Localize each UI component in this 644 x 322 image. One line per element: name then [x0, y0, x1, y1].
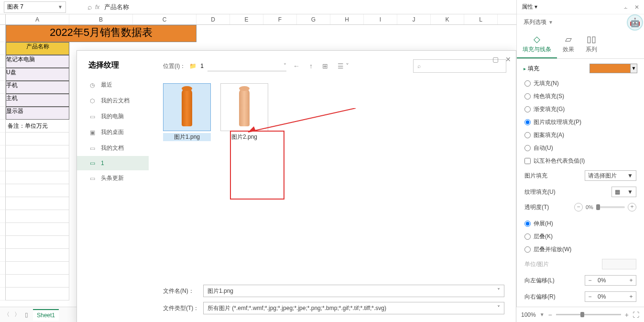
filetype-select[interactable]: 所有图片 (*.emf;*.wmf;*.jpg;*.jpeg;*.jpe;*.p… [203, 302, 504, 314]
row-head-5[interactable] [0, 81, 6, 94]
row-head-1[interactable] [0, 25, 6, 42]
texture-fill-select[interactable]: ▦▼ [611, 187, 636, 197]
stack-scale-radio[interactable]: 层叠并缩放(W) [524, 243, 637, 256]
empty-cell[interactable] [6, 171, 69, 184]
empty-cell[interactable] [6, 197, 69, 210]
empty-cell[interactable] [6, 236, 69, 249]
side-news[interactable]: ▭头条更新 [77, 170, 149, 186]
fill-pattern-radio[interactable]: 图案填充(A) [524, 129, 637, 142]
row-head-8[interactable] [0, 120, 6, 133]
row-head[interactable] [0, 288, 6, 300]
row-head[interactable] [0, 262, 6, 275]
picture-fill-select[interactable]: 请选择图片▼ [585, 170, 636, 181]
select-all-corner[interactable] [0, 14, 6, 24]
col-F[interactable]: F [263, 14, 297, 24]
col-J[interactable]: J [397, 14, 431, 24]
new-folder-icon[interactable]: ⊞ [319, 62, 331, 70]
side-pc[interactable]: ▭我的电脑 [77, 109, 149, 124]
merged-title-cell[interactable]: 2022年5月销售数据表 [6, 25, 196, 42]
up-icon[interactable]: ↑ [306, 62, 316, 70]
offset-right-spinner[interactable]: −0%+ [585, 291, 636, 302]
side-recent[interactable]: ◷最近 [77, 77, 149, 93]
data-cell[interactable]: U盘 [6, 68, 69, 81]
zoom-slider[interactable] [556, 314, 621, 315]
empty-cell[interactable] [6, 288, 69, 300]
empty-cell[interactable] [6, 145, 69, 158]
path-combo[interactable]: ˅ [207, 61, 286, 71]
series-options-dropdown[interactable]: 系列选项▼ [517, 14, 644, 30]
next-sheet-icon[interactable]: 〉 [14, 311, 20, 319]
row-head-6[interactable] [0, 94, 6, 107]
fill-none-radio[interactable]: 无填充(N) [524, 77, 637, 90]
row-head-7[interactable] [0, 107, 6, 120]
zoom-out-icon[interactable]: − [548, 311, 552, 319]
col-K[interactable]: K [431, 14, 464, 24]
col-H[interactable]: H [330, 14, 364, 24]
tab-fill-line[interactable]: ◇填充与线条 [517, 30, 557, 58]
row-head[interactable] [0, 145, 6, 158]
opacity-decrease[interactable]: − [574, 203, 583, 211]
file-item-2[interactable]: 图片2.png [220, 83, 268, 141]
row-head[interactable] [0, 249, 6, 262]
increase-icon[interactable]: + [626, 277, 636, 284]
empty-cell[interactable] [6, 262, 69, 275]
col-B[interactable]: B [69, 14, 133, 24]
decrease-icon[interactable]: − [585, 293, 595, 300]
side-cloud[interactable]: ⬡我的云文档 [77, 93, 149, 109]
fill-solid-radio[interactable]: 纯色填充(S) [524, 90, 637, 103]
invert-negative-checkbox[interactable]: 以互补色代表负值(I) [524, 155, 637, 167]
view-icon[interactable]: ☰ ˅ [335, 62, 352, 70]
row-head[interactable] [0, 158, 6, 171]
prev-sheet-icon[interactable]: 〈 [4, 311, 10, 319]
pin-icon[interactable]: ⫠ [623, 4, 629, 11]
name-box[interactable]: 图表 7 ▼ [4, 1, 66, 13]
side-desktop[interactable]: ▣我的桌面 [77, 124, 149, 140]
close-icon[interactable]: ✕ [505, 56, 511, 63]
row-head[interactable] [0, 171, 6, 184]
row-head[interactable] [0, 197, 6, 210]
row-head[interactable] [0, 236, 6, 249]
row-head-3[interactable] [0, 55, 6, 68]
assistant-icon[interactable]: 🤖 [627, 14, 643, 31]
side-docs[interactable]: ▭我的文档 [77, 140, 149, 156]
empty-cell[interactable] [6, 158, 69, 171]
chevron-down-icon[interactable]: ▼ [540, 312, 545, 317]
row-head[interactable] [0, 184, 6, 197]
col-L[interactable]: L [464, 14, 498, 24]
col-E[interactable]: E [230, 14, 263, 24]
back-icon[interactable]: ← [290, 62, 303, 70]
increase-icon[interactable]: + [626, 293, 636, 300]
fx-icon[interactable]: fx [95, 4, 99, 11]
fill-auto-radio[interactable]: 自动(U) [524, 142, 637, 155]
close-icon[interactable]: ✕ [634, 4, 639, 11]
decrease-icon[interactable]: − [585, 277, 595, 284]
empty-cell[interactable] [6, 223, 69, 236]
row-head-4[interactable] [0, 68, 6, 81]
fill-picture-radio[interactable]: 图片或纹理填充(P) [524, 116, 637, 129]
col-G[interactable]: G [297, 14, 330, 24]
panel-title[interactable]: 属性 ▾ [522, 3, 537, 11]
sheet-list-icon[interactable]: ▯ [25, 311, 28, 318]
opacity-increase[interactable]: + [628, 203, 636, 211]
data-cell[interactable]: 笔记本电脑 [6, 55, 69, 68]
fill-gradient-radio[interactable]: 渐变填充(G) [524, 103, 637, 116]
header-cell[interactable]: 产品名称 [6, 42, 69, 55]
row-head[interactable] [0, 210, 6, 223]
side-folder-1[interactable]: ▭1 [77, 156, 149, 170]
search-icon[interactable]: ⌕ [87, 3, 92, 11]
offset-left-spinner[interactable]: −0%+ [585, 275, 636, 286]
empty-cell[interactable] [6, 275, 69, 288]
row-head[interactable] [0, 275, 6, 288]
empty-cell[interactable] [6, 210, 69, 223]
maximize-icon[interactable]: ▢ [492, 56, 499, 63]
tab-effect[interactable]: ▱效果 [557, 30, 580, 58]
data-cell[interactable]: 显示器 [6, 107, 69, 120]
empty-cell[interactable] [6, 184, 69, 197]
fullscreen-icon[interactable]: ⛶ [633, 311, 639, 319]
zoom-in-icon[interactable]: + [625, 311, 629, 319]
file-item-1[interactable]: 图片1.png [163, 83, 211, 141]
col-A[interactable]: A [6, 14, 69, 24]
col-C[interactable]: C [133, 14, 196, 24]
row-head-2[interactable] [0, 42, 6, 55]
col-D[interactable]: D [196, 14, 230, 24]
